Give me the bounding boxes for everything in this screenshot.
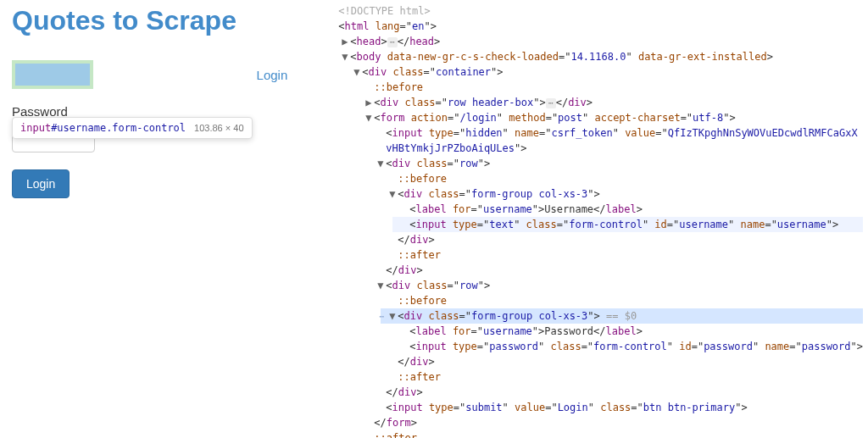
caret-down-icon[interactable]: ▼: [389, 186, 398, 202]
dom-line[interactable]: ▼<form action="/login" method="post" acc…: [357, 110, 863, 125]
dom-line: vHBtYmkjJrPZboAiqULes">: [369, 141, 863, 156]
page-title: Quotes to Scrape: [12, 5, 309, 36]
caret-down-icon[interactable]: ▼: [377, 156, 386, 171]
dom-line[interactable]: ::before: [381, 171, 863, 186]
dom-line[interactable]: ::after: [381, 247, 863, 263]
dom-line[interactable]: <!DOCTYPE html>: [321, 3, 863, 19]
caret-right-icon[interactable]: ▶: [365, 95, 374, 110]
dom-line[interactable]: <input type="password" class="form-contr…: [392, 339, 863, 354]
dom-line[interactable]: ▶<head>⋯</head>: [333, 34, 863, 49]
dom-line-selected[interactable]: ⋯▼<div class="form-group col-xs-3"> == $…: [381, 308, 863, 324]
devtools-elements-panel[interactable]: <!DOCTYPE html> <html lang="en"> ▶<head>…: [321, 0, 868, 438]
caret-down-icon[interactable]: ▼: [342, 49, 350, 64]
dom-line[interactable]: </div>: [381, 232, 863, 247]
caret-down-icon[interactable]: ▼: [353, 64, 362, 80]
dom-line[interactable]: </div>: [369, 263, 863, 278]
dom-line[interactable]: ▼<body data-new-gr-c-s-check-loaded="14.…: [333, 49, 863, 64]
ellipsis-icon[interactable]: ⋯: [387, 37, 398, 47]
username-input-highlight[interactable]: [15, 64, 90, 86]
dom-line[interactable]: <input type="submit" value="Login" class…: [369, 400, 863, 415]
login-button[interactable]: Login: [12, 169, 70, 198]
caret-down-icon[interactable]: ▼: [389, 308, 398, 324]
dom-line[interactable]: ▼<div class="container">: [345, 64, 863, 80]
dom-line[interactable]: ▼<div class="form-group col-xs-3">: [381, 186, 863, 202]
dom-line[interactable]: <label for="username">Password</label>: [392, 324, 863, 339]
dom-line[interactable]: <input type="hidden" name="csrf_token" v…: [369, 125, 863, 141]
dom-line[interactable]: ::before: [381, 293, 863, 308]
inspect-tooltip: input#username.form-control 103.86 × 40: [12, 117, 253, 139]
dom-line[interactable]: <label for="username">Username</label>: [392, 202, 863, 217]
dom-line[interactable]: ▶<div class="row header-box">⋯</div>: [357, 95, 863, 110]
caret-down-icon[interactable]: ▼: [377, 278, 386, 293]
dom-line[interactable]: ▼<div class="row">: [369, 156, 863, 171]
selected-badge-icon: ⋯: [379, 310, 384, 323]
dom-line[interactable]: ▼<div class="row">: [369, 278, 863, 293]
dom-line[interactable]: <html lang="en">: [321, 19, 863, 34]
dom-line[interactable]: ::after: [381, 369, 863, 385]
tooltip-selector: input#username.form-control: [20, 122, 186, 134]
rendered-page: Quotes to Scrape Login input#username.fo…: [0, 0, 321, 438]
dom-line[interactable]: ::after: [357, 430, 863, 438]
dom-line[interactable]: </form>: [357, 415, 863, 430]
dom-line[interactable]: </div>: [369, 385, 863, 400]
ellipsis-icon[interactable]: ⋯: [546, 98, 556, 108]
login-link[interactable]: Login: [257, 68, 288, 82]
dom-line[interactable]: </div>: [381, 354, 863, 369]
dom-line[interactable]: ::before: [357, 80, 863, 95]
dom-line-highlighted[interactable]: <input type="text" class="form-control" …: [392, 217, 863, 232]
tooltip-dimensions: 103.86 × 40: [194, 123, 243, 133]
caret-right-icon[interactable]: ▶: [342, 34, 350, 49]
caret-down-icon[interactable]: ▼: [365, 110, 374, 125]
highlighted-element-overlay: [12, 60, 93, 89]
